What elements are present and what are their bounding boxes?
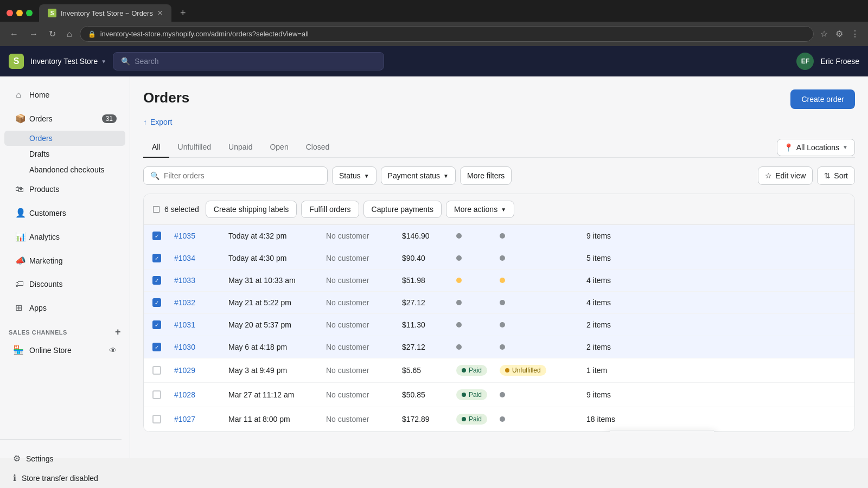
global-search-bar[interactable]: 🔍 Search: [113, 52, 384, 70]
order-link[interactable]: #1029: [174, 366, 195, 375]
traffic-light-green[interactable]: [26, 10, 33, 16]
sidebar-item-settings[interactable]: ⚙ Settings: [4, 449, 117, 458]
bookmark-icon[interactable]: ☆: [818, 27, 830, 41]
row-checkbox[interactable]: [152, 415, 174, 423]
forward-button[interactable]: →: [26, 27, 41, 41]
locations-filter[interactable]: 📍 All Locations ▼: [777, 139, 855, 156]
checkbox-unchecked[interactable]: [152, 366, 161, 375]
tab-close-button[interactable]: ✕: [157, 9, 163, 17]
order-link[interactable]: #1031: [174, 320, 195, 329]
menu-icon[interactable]: ⋮: [848, 27, 861, 41]
table-row[interactable]: #1029May 3 at 9:49 pmNo customer$5.65Pai…: [144, 358, 854, 383]
table-row[interactable]: ✓#1035Today at 4:32 pmNo customer$146.90…: [144, 225, 854, 247]
sidebar-item-orders[interactable]: 📦 Orders 31: [4, 107, 125, 130]
table-row[interactable]: ✓#1030May 6 at 4:18 pmNo customer$27.122…: [144, 336, 854, 358]
sidebar-subitem-abandoned-checkouts[interactable]: Abandoned checkouts: [4, 162, 125, 177]
sidebar-subitem-drafts[interactable]: Drafts: [4, 146, 125, 162]
nav-actions: ☆ ⚙ ⋮: [818, 27, 861, 41]
eye-icon[interactable]: 👁: [109, 346, 117, 355]
table-row[interactable]: ✓#1034Today at 4:30 pmNo customer$90.405…: [144, 247, 854, 269]
sidebar-item-apps[interactable]: ⊞ Apps: [4, 296, 125, 319]
order-link[interactable]: #1035: [174, 232, 195, 240]
filter-orders-input[interactable]: [164, 171, 321, 180]
address-bar[interactable]: 🔒 inventory-test-store.myshopify.com/adm…: [80, 26, 814, 42]
traffic-light-red[interactable]: [7, 10, 13, 16]
row-checkbox[interactable]: ✓: [152, 298, 174, 307]
create-shipping-labels-button[interactable]: Create shipping labels: [206, 201, 297, 218]
back-button[interactable]: ←: [7, 27, 22, 41]
checkbox-checked[interactable]: ✓: [152, 320, 161, 329]
checkbox-unchecked[interactable]: [152, 415, 161, 423]
row-checkbox[interactable]: ✓: [152, 254, 174, 262]
home-button[interactable]: ⌂: [63, 27, 75, 41]
row-checkbox[interactable]: ✓: [152, 343, 174, 351]
fulfill-orders-button[interactable]: Fulfill orders: [301, 201, 359, 218]
order-link[interactable]: #1032: [174, 298, 195, 307]
capture-payments-button[interactable]: Capture payments: [363, 201, 442, 218]
tab-open[interactable]: Open: [261, 137, 297, 158]
sidebar-marketing-label: Marketing: [29, 256, 62, 265]
marketing-nav-icon: 📣: [13, 253, 24, 268]
tab-unfulfilled[interactable]: Unfulfilled: [169, 137, 220, 158]
export-button[interactable]: ↑ Export: [143, 115, 172, 129]
fulfillment-dot-yellow: [500, 278, 505, 283]
sidebar-subitem-orders[interactable]: Orders: [4, 131, 125, 146]
edit-view-button[interactable]: ☆ Edit view: [758, 166, 813, 185]
bulk-deselect-button[interactable]: ☐: [152, 204, 160, 215]
sort-button[interactable]: ⇅ Sort: [817, 166, 855, 185]
row-checkbox[interactable]: ✓: [152, 320, 174, 329]
store-name-dropdown[interactable]: Inventory Test Store ▼: [30, 57, 106, 66]
order-link[interactable]: #1033: [174, 276, 195, 285]
order-customer: No customer: [326, 232, 369, 240]
sidebar-item-home[interactable]: ⌂ Home: [4, 84, 125, 106]
row-checkbox[interactable]: ✓: [152, 276, 174, 285]
row-checkbox[interactable]: [152, 390, 174, 399]
sidebar-products-label: Products: [29, 185, 59, 194]
checkbox-checked[interactable]: ✓: [152, 298, 161, 307]
create-order-button[interactable]: Create order: [790, 89, 855, 109]
new-tab-button[interactable]: +: [176, 5, 190, 21]
traffic-light-yellow[interactable]: [16, 10, 23, 16]
browser-tab[interactable]: S Inventory Test Store ~ Orders ✕: [39, 4, 171, 22]
checkbox-checked[interactable]: ✓: [152, 276, 161, 285]
filter-search-box[interactable]: 🔍: [143, 166, 328, 185]
table-row[interactable]: ✓#1032May 21 at 5:22 pmNo customer$27.12…: [144, 292, 854, 314]
sidebar-item-online-store[interactable]: 🏪 Online Store 👁: [4, 341, 125, 359]
row-checkbox[interactable]: [152, 366, 174, 375]
avatar[interactable]: EF: [796, 53, 814, 70]
sidebar-item-analytics[interactable]: 📊 Analytics: [4, 225, 125, 248]
reload-button[interactable]: ↻: [46, 27, 59, 41]
order-link[interactable]: #1027: [174, 415, 195, 423]
checkbox-checked[interactable]: ✓: [152, 343, 161, 351]
table-row[interactable]: ✓#1031May 20 at 5:37 pmNo customer$11.30…: [144, 314, 854, 336]
tab-all[interactable]: All: [143, 137, 169, 158]
more-filters-button[interactable]: More filters: [460, 166, 512, 185]
table-row[interactable]: #1028Mar 27 at 11:12 amNo customer$50.85…: [144, 383, 854, 407]
tab-closed[interactable]: Closed: [297, 137, 339, 158]
checkbox-checked[interactable]: ✓: [152, 232, 161, 240]
sidebar-item-discounts[interactable]: 🏷 Discounts: [4, 273, 125, 296]
sidebar-item-customers[interactable]: 👤 Customers: [4, 201, 125, 224]
extensions-icon[interactable]: ⚙: [833, 27, 845, 41]
status-filter-button[interactable]: Status ▼: [332, 166, 376, 185]
order-link[interactable]: #1030: [174, 343, 195, 351]
order-total: $5.65: [402, 366, 421, 375]
sidebar-item-marketing[interactable]: 📣 Marketing: [4, 249, 125, 272]
payment-status-filter-button[interactable]: Payment status ▼: [381, 166, 456, 185]
table-row[interactable]: #1027Mar 11 at 8:00 pmNo customer$172.89…: [144, 407, 854, 432]
payment-dot-grey: [456, 300, 462, 305]
filter-actions: ☆ Edit view ⇅ Sort: [758, 166, 855, 185]
table-row[interactable]: ✓#1033May 31 at 10:33 amNo customer$51.9…: [144, 269, 854, 292]
order-link[interactable]: #1028: [174, 390, 195, 399]
more-actions-button[interactable]: More actions ▼: [446, 201, 514, 218]
sort-icon: ⇅: [824, 171, 831, 180]
row-checkbox[interactable]: ✓: [152, 232, 174, 240]
order-link[interactable]: #1034: [174, 254, 195, 262]
add-sales-channel-button[interactable]: +: [115, 326, 121, 338]
order-date: May 31 at 10:33 am: [228, 276, 296, 285]
tab-unpaid[interactable]: Unpaid: [220, 137, 261, 158]
sidebar-item-products[interactable]: 🛍 Products: [4, 178, 125, 201]
checkbox-checked[interactable]: ✓: [152, 254, 161, 262]
checkbox-unchecked[interactable]: [152, 390, 161, 399]
order-total: $27.12: [402, 343, 425, 351]
